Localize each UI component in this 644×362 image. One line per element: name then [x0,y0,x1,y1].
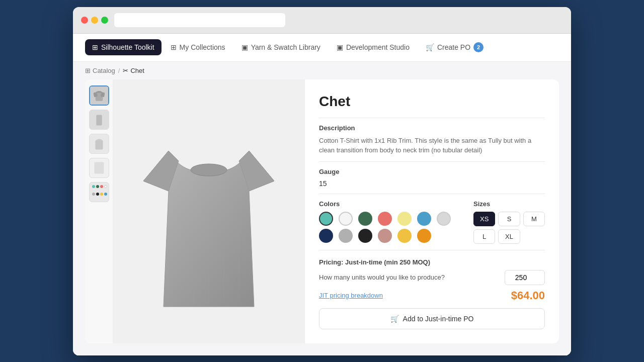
thumbnail-1[interactable] [89,85,109,106]
color-swatch-white[interactable] [339,212,353,226]
gauge-divider [319,194,545,194]
colors-sizes-row: Colors Sizes XSSMLXL [319,200,545,244]
nav-bar: ⊞ Silhouette Toolkit ⊞ My Collections ▣ … [73,34,571,62]
colors-section: Colors [319,200,453,244]
minimize-dot[interactable] [91,17,98,24]
cart-icon: 🛒 [390,315,399,323]
browser-dots [81,17,108,24]
color-swatch-dusty-rose[interactable] [378,229,392,243]
color-grid [319,212,453,243]
nav-label-silhouette-toolkit: Silhouette Toolkit [101,43,154,51]
product-card: Chet Description Cotton T-Shirt with 1x1… [85,79,559,343]
nav-label-create-po: Create PO [437,43,470,51]
silhouette-toolkit-icon: ⊞ [92,43,98,51]
options-divider [319,250,545,250]
quantity-input[interactable] [505,270,545,285]
breadcrumb-separator: / [118,67,120,74]
size-btn-m[interactable]: M [523,212,545,226]
description-text: Cotton T-Shirt with 1x1 Rib Trim. This s… [319,136,545,155]
browser-window: ⊞ Silhouette Toolkit ⊞ My Collections ▣ … [73,7,571,355]
colors-label: Colors [319,200,453,208]
app-container: ⊞ Silhouette Toolkit ⊞ My Collections ▣ … [73,34,571,355]
description-section: Description Cotton T-Shirt with 1x1 Rib … [319,124,545,155]
nav-item-create-po[interactable]: 🛒 Create PO 2 [419,38,491,56]
color-swatch-gray[interactable] [339,229,353,243]
nav-item-silhouette-toolkit[interactable]: ⊞ Silhouette Toolkit [85,39,162,55]
nav-item-my-collections[interactable]: ⊞ My Collections [164,39,232,55]
svg-rect-11 [95,162,104,173]
size-grid: XSSMLXL [473,212,545,244]
color-swatch-navy[interactable] [319,229,333,243]
product-title: Chet [319,94,545,110]
color-swatch-gold[interactable] [397,229,412,243]
tshirt-illustration [128,111,289,312]
breadcrumb-chet: ✂ Chet [123,67,144,74]
product-details: Chet Description Cotton T-Shirt with 1x1… [304,79,559,343]
color-swatch-blue[interactable] [417,212,431,226]
size-btn-l[interactable]: L [473,229,495,244]
maximize-dot[interactable] [101,17,108,24]
add-to-po-button[interactable]: 🛒 Add to Just-in-time PO [319,308,545,329]
color-swatch-orange[interactable] [417,229,431,243]
price-row: JIT pricing breakdown $64.00 [319,289,545,302]
color-swatch-dark-green[interactable] [358,212,372,226]
po-badge: 2 [473,42,484,52]
yarn-icon: ▣ [242,43,248,51]
svg-rect-6 [96,115,102,125]
thumbnail-3[interactable] [89,134,109,154]
thumbnail-strip [85,79,113,343]
url-bar[interactable] [114,13,285,27]
nav-label-development-studio: Development Studio [346,43,410,51]
close-dot[interactable] [81,17,88,24]
sizes-label: Sizes [473,200,545,208]
color-swatch-black[interactable] [358,229,372,243]
color-swatch-teal[interactable] [319,212,333,226]
thumbnail-2[interactable] [89,110,109,130]
nav-label-yarn-swatch: Yarn & Swatch Library [251,43,320,51]
desc-divider [319,161,545,162]
color-swatch-light-gray[interactable] [437,212,451,226]
browser-chrome [73,7,571,34]
cart-nav-icon: 🛒 [426,43,434,51]
dev-studio-icon: ▣ [337,43,343,51]
title-divider [319,118,545,118]
product-image [113,79,304,343]
chet-icon: ✂ [123,67,128,74]
gauge-section: Gauge 15 [319,168,545,188]
size-btn-xl[interactable]: XL [498,229,520,244]
catalog-icon: ⊞ [85,67,91,74]
gauge-value: 15 [319,179,545,188]
description-label: Description [319,124,545,132]
svg-rect-9 [95,141,103,149]
nav-label-my-collections: My Collections [180,43,225,51]
thumbnail-swatches[interactable] [89,182,109,202]
color-swatch-yellow[interactable] [397,212,412,226]
size-btn-s[interactable]: S [498,212,520,226]
breadcrumb: ⊞ Catalog / ✂ Chet [73,62,571,79]
add-to-po-label: Add to Just-in-time PO [403,315,474,323]
size-btn-xs[interactable]: XS [473,212,495,226]
collections-icon: ⊞ [171,43,177,51]
jit-link[interactable]: JIT pricing breakdown [319,292,383,299]
price-value: $64.00 [511,289,545,302]
svg-point-12 [191,164,227,176]
breadcrumb-catalog[interactable]: ⊞ Catalog [85,67,115,74]
main-content: Chet Description Cotton T-Shirt with 1x1… [73,79,571,355]
quantity-text: How many units would you like to produce… [319,274,445,281]
thumbnail-4[interactable] [89,158,109,178]
gauge-label: Gauge [319,168,545,175]
quantity-row: How many units would you like to produce… [319,270,545,285]
pricing-label: Pricing: Just-in-time (min 250 MOQ) [319,258,545,266]
pricing-section: Pricing: Just-in-time (min 250 MOQ) How … [319,258,545,329]
nav-item-development-studio[interactable]: ▣ Development Studio [330,39,417,55]
color-swatch-coral[interactable] [378,212,392,226]
nav-item-yarn-swatch[interactable]: ▣ Yarn & Swatch Library [234,39,328,55]
sizes-section: Sizes XSSMLXL [473,200,545,244]
